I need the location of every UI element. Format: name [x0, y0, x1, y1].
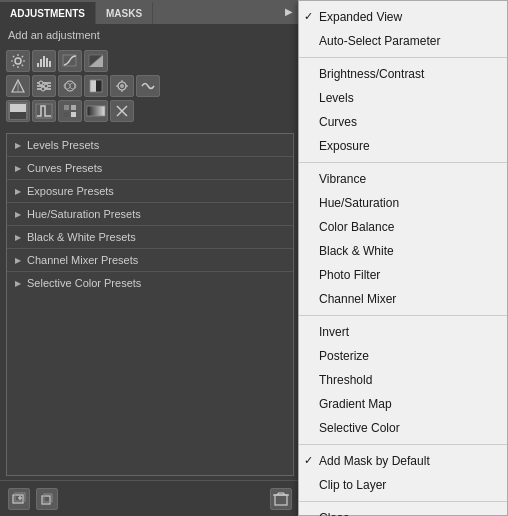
threshold-tool-btn[interactable] — [32, 100, 56, 122]
toolbar-row-1 — [6, 50, 294, 72]
photo-filter-tool-btn[interactable] — [110, 75, 134, 97]
svg-point-33 — [120, 84, 124, 88]
menu-invert[interactable]: Invert — [299, 320, 507, 344]
preset-channel-mixer[interactable]: ▶ Channel Mixer Presets — [7, 249, 293, 272]
svg-rect-29 — [90, 80, 96, 92]
svg-rect-10 — [40, 59, 42, 67]
svg-line-7 — [22, 56, 23, 57]
selective-color-tool-btn[interactable] — [58, 100, 82, 122]
menu-black-white[interactable]: Black & White — [299, 239, 507, 263]
menu-selective-color[interactable]: Selective Color — [299, 416, 507, 440]
preset-arrow-icon: ▶ — [15, 279, 21, 288]
menu-posterize[interactable]: Posterize — [299, 344, 507, 368]
invert-tool-btn[interactable] — [6, 100, 30, 122]
menu-divider-1 — [299, 57, 507, 58]
brightness-tool-btn[interactable] — [6, 50, 30, 72]
preset-hsl[interactable]: ▶ Hue/Saturation Presets — [7, 203, 293, 226]
add-adjustment-label: Add an adjustment — [0, 24, 300, 46]
curves-tool-btn[interactable] — [58, 50, 82, 72]
channel-mixer-tool-btn[interactable] — [136, 75, 160, 97]
svg-rect-44 — [64, 112, 69, 117]
svg-rect-54 — [44, 494, 52, 502]
preset-arrow-icon: ▶ — [15, 233, 21, 242]
vibrance-tool-btn[interactable] — [6, 75, 30, 97]
menu-add-mask-by-default[interactable]: Add Mask by Default — [299, 449, 507, 473]
adjustments-panel: ADJUSTMENTS MASKS ▶ Add an adjustment — [0, 0, 300, 516]
delete-tool-btn[interactable] — [110, 100, 134, 122]
menu-expanded-view[interactable]: Expanded View — [299, 5, 507, 29]
menu-color-balance[interactable]: Color Balance — [299, 215, 507, 239]
menu-vibrance[interactable]: Vibrance — [299, 167, 507, 191]
tab-masks[interactable]: MASKS — [96, 2, 153, 24]
tab-adjustments[interactable]: ADJUSTMENTS — [0, 2, 96, 24]
new-layer-button[interactable] — [8, 488, 30, 510]
menu-channel-mixer[interactable]: Channel Mixer — [299, 287, 507, 311]
svg-rect-42 — [64, 105, 69, 110]
bottom-right-buttons — [270, 488, 292, 510]
svg-rect-9 — [37, 63, 39, 67]
toolbar-area — [0, 46, 300, 129]
svg-rect-13 — [49, 61, 51, 67]
panel-dropdown-menu: Expanded View Auto-Select Parameter Brig… — [298, 0, 508, 516]
menu-curves[interactable]: Curves — [299, 110, 507, 134]
svg-rect-46 — [87, 106, 105, 116]
menu-clip-to-layer[interactable]: Clip to Layer — [299, 473, 507, 497]
toolbar-row-2 — [6, 75, 294, 97]
svg-rect-55 — [275, 495, 287, 505]
menu-levels[interactable]: Levels — [299, 86, 507, 110]
preset-bw[interactable]: ▶ Black & White Presets — [7, 226, 293, 249]
svg-rect-40 — [10, 104, 26, 112]
svg-point-25 — [41, 87, 45, 91]
toolbar-row-3 — [6, 100, 294, 122]
menu-exposure[interactable]: Exposure — [299, 134, 507, 158]
tabs-row: ADJUSTMENTS MASKS ▶ — [0, 0, 300, 24]
svg-rect-53 — [42, 496, 50, 504]
menu-auto-select-parameter[interactable]: Auto-Select Parameter — [299, 29, 507, 53]
svg-rect-39 — [10, 112, 26, 119]
svg-line-8 — [13, 65, 14, 66]
menu-hue-saturation[interactable]: Hue/Saturation — [299, 191, 507, 215]
preset-exposure[interactable]: ▶ Exposure Presets — [7, 180, 293, 203]
menu-divider-5 — [299, 501, 507, 502]
menu-gradient-map[interactable]: Gradient Map — [299, 392, 507, 416]
exposure-tool-btn[interactable] — [84, 50, 108, 72]
menu-brightness-contrast[interactable]: Brightness/Contrast — [299, 62, 507, 86]
svg-line-6 — [22, 65, 23, 66]
svg-point-0 — [15, 58, 21, 64]
color-balance-tool-btn[interactable] — [58, 75, 82, 97]
svg-point-23 — [39, 81, 43, 85]
svg-rect-43 — [71, 105, 76, 110]
bw-tool-btn[interactable] — [84, 75, 108, 97]
svg-rect-30 — [96, 80, 102, 92]
preset-arrow-icon: ▶ — [15, 210, 21, 219]
preset-arrow-icon: ▶ — [15, 141, 21, 150]
preset-levels[interactable]: ▶ Levels Presets — [7, 134, 293, 157]
svg-rect-45 — [71, 112, 76, 117]
presets-list: ▶ Levels Presets ▶ Curves Presets ▶ Expo… — [6, 133, 294, 476]
menu-divider-4 — [299, 444, 507, 445]
menu-threshold[interactable]: Threshold — [299, 368, 507, 392]
menu-divider-3 — [299, 315, 507, 316]
menu-divider-2 — [299, 162, 507, 163]
preset-arrow-icon: ▶ — [15, 256, 21, 265]
preset-arrow-icon: ▶ — [15, 187, 21, 196]
menu-close[interactable]: Close — [299, 506, 507, 516]
panel-menu-button[interactable]: ▶ — [282, 4, 296, 18]
menu-photo-filter[interactable]: Photo Filter — [299, 263, 507, 287]
histogram-tool-btn[interactable] — [32, 50, 56, 72]
preset-curves[interactable]: ▶ Curves Presets — [7, 157, 293, 180]
hsl-tool-btn[interactable] — [32, 75, 56, 97]
bottom-bar — [0, 480, 300, 516]
svg-rect-12 — [46, 58, 48, 67]
delete-adjustment-button[interactable] — [270, 488, 292, 510]
preset-selective-color[interactable]: ▶ Selective Color Presets — [7, 272, 293, 294]
preset-arrow-icon: ▶ — [15, 164, 21, 173]
duplicate-button[interactable] — [36, 488, 58, 510]
svg-rect-11 — [43, 56, 45, 67]
gradient-map-tool-btn[interactable] — [84, 100, 108, 122]
svg-line-5 — [13, 56, 14, 57]
